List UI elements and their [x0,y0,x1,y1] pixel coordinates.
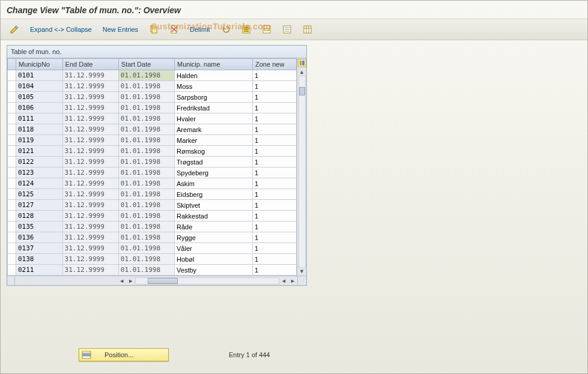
hscroll-thumb[interactable] [148,278,178,284]
scroll-up-icon[interactable]: ▲ [299,68,305,76]
cell-municipname[interactable]: Eidsberg [175,189,253,200]
cell-municipname[interactable]: Marker [175,135,253,146]
cell-municipname[interactable]: Aremark [175,124,253,135]
table-row[interactable]: 012731.12.999901.01.1998Skiptvet1 [8,200,297,211]
vertical-scrollbar[interactable]: ▲ ▼ [297,58,306,276]
row-selector[interactable] [8,92,16,103]
cell-municipname[interactable]: Hobøl [175,254,253,265]
table-row[interactable]: 013631.12.999901.01.1998Rygge1 [8,232,297,243]
expand-collapse-button[interactable]: Expand <-> Collapse [26,24,96,35]
col-municipname[interactable]: Municip. name [175,59,253,70]
scroll-left2-icon[interactable]: ◄ [279,278,288,284]
cell-municipno[interactable]: 0136 [16,232,63,243]
scroll-down-icon[interactable]: ▼ [299,268,305,275]
row-selector[interactable] [8,200,16,211]
cell-zonenew[interactable]: 1 [253,124,297,135]
col-municipno[interactable]: MunicipNo [16,59,63,70]
col-enddate[interactable]: End Date [62,59,118,70]
cell-zonenew[interactable]: 1 [253,70,297,81]
cell-municipno[interactable]: 0138 [16,254,63,265]
table-row[interactable]: 021131.12.999901.01.1998Vestby1 [8,265,297,276]
row-selector[interactable] [8,178,16,189]
row-selector[interactable] [8,146,16,157]
cell-municipname[interactable]: Rakkestad [175,211,253,222]
table-row[interactable]: 012131.12.999901.01.1998Rømskog1 [8,146,297,157]
cell-municipname[interactable]: Skiptvet [175,200,253,211]
cell-zonenew[interactable]: 1 [253,81,297,92]
table-row[interactable]: 012831.12.999901.01.1998Rakkestad1 [8,211,297,222]
cell-zonenew[interactable]: 1 [253,157,297,167]
cell-zonenew[interactable]: 1 [253,200,297,211]
table-row[interactable]: 012531.12.999901.01.1998Eidsberg1 [8,189,297,200]
cell-municipname[interactable]: Trøgstad [175,157,253,167]
cell-municipname[interactable]: Vestby [175,265,253,276]
table-row[interactable]: 013731.12.999901.01.1998Våler1 [8,243,297,254]
row-selector[interactable] [8,157,16,167]
cell-municipno[interactable]: 0101 [16,70,63,81]
table-row[interactable]: 012431.12.999901.01.1998Askim1 [8,178,297,189]
scroll-left-icon[interactable]: ◄ [117,278,126,284]
table-row[interactable]: 010431.12.999901.01.1998Moss1 [8,81,297,92]
cell-zonenew[interactable]: 1 [253,178,297,189]
table-row[interactable]: 012331.12.999901.01.1998Spydeberg1 [8,167,297,178]
cell-municipname[interactable]: Rygge [175,232,253,243]
scroll-right-icon[interactable]: ► [126,278,135,284]
row-selector-header[interactable] [8,59,16,70]
cell-zonenew[interactable]: 1 [253,135,297,146]
table-row[interactable]: 010631.12.999901.01.1998Fredrikstad1 [8,103,297,113]
copy-as-button[interactable] [145,23,163,36]
row-selector[interactable] [8,222,16,232]
cell-zonenew[interactable]: 1 [253,265,297,276]
cell-municipno[interactable]: 0106 [16,103,63,113]
cell-municipno[interactable]: 0128 [16,211,63,222]
cell-municipname[interactable]: Rømskog [175,146,253,157]
deselect-all-button[interactable] [278,23,296,36]
row-selector[interactable] [8,167,16,178]
cell-zonenew[interactable]: 1 [253,232,297,243]
cell-municipname[interactable]: Spydeberg [175,167,253,178]
cell-municipno[interactable]: 0121 [16,146,63,157]
table-row[interactable]: 010531.12.999901.01.1998Sarpsborg1 [8,92,297,103]
cell-zonenew[interactable]: 1 [253,103,297,113]
cell-zonenew[interactable]: 1 [253,211,297,222]
cell-municipno[interactable]: 0125 [16,189,63,200]
row-selector[interactable] [8,124,16,135]
table-settings-button[interactable] [299,23,317,36]
row-selector[interactable] [8,70,16,81]
row-selector[interactable] [8,232,16,243]
col-startdate[interactable]: Start Date [118,59,174,70]
cell-zonenew[interactable]: 1 [253,222,297,232]
cell-municipno[interactable]: 0122 [16,157,63,167]
vscroll-thumb[interactable] [299,87,305,95]
cell-municipno[interactable]: 0211 [16,265,63,276]
cell-municipname[interactable]: Askim [175,178,253,189]
row-selector[interactable] [8,113,16,124]
cell-municipname[interactable]: Våler [175,243,253,254]
cell-zonenew[interactable]: 1 [253,92,297,103]
row-selector[interactable] [8,189,16,200]
table-row[interactable]: 010131.12.999901.01.1998Halden1 [8,70,297,81]
cell-zonenew[interactable]: 1 [253,113,297,124]
cell-zonenew[interactable]: 1 [253,189,297,200]
configure-columns-button[interactable] [298,59,306,67]
cell-municipname[interactable]: Fredrikstad [175,103,253,113]
table-row[interactable]: 013831.12.999901.01.1998Hobøl1 [8,254,297,265]
select-all-button[interactable] [237,23,255,36]
cell-municipno[interactable]: 0104 [16,81,63,92]
row-selector[interactable] [8,243,16,254]
cell-municipname[interactable]: Halden [175,70,253,81]
delete-button[interactable] [165,23,183,36]
toggle-display-change-button[interactable] [5,23,23,36]
cell-municipname[interactable]: Hvaler [175,113,253,124]
row-selector[interactable] [8,103,16,113]
table-row[interactable]: 011931.12.999901.01.1998Marker1 [8,135,297,146]
col-zonenew[interactable]: Zone new [253,59,297,70]
cell-municipno[interactable]: 0123 [16,167,63,178]
cell-municipno[interactable]: 0124 [16,178,63,189]
new-entries-button[interactable]: New Entries [99,24,142,35]
table-row[interactable]: 012231.12.999901.01.1998Trøgstad1 [8,157,297,167]
row-selector[interactable] [8,81,16,92]
row-selector[interactable] [8,135,16,146]
cell-municipname[interactable]: Råde [175,222,253,232]
cell-municipno[interactable]: 0118 [16,124,63,135]
